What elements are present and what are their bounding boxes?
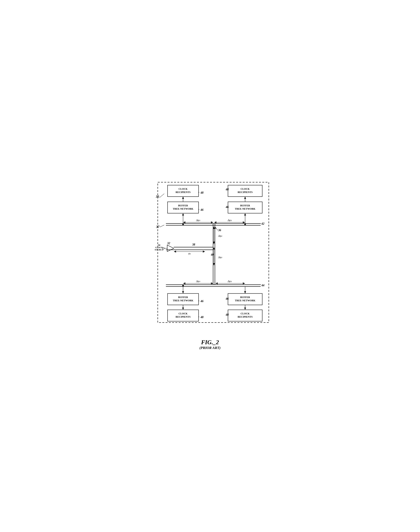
dphi3-label-br: Δφ₃ [227, 280, 232, 283]
dphi3-arrow-tr-left [214, 221, 216, 223]
phi1-arrow-left [203, 251, 205, 252]
arrow-down-br [244, 291, 246, 294]
figure-subtitle: (PRIOR ART) [199, 346, 221, 350]
circuit-diagram: 30 37 CLOCK RECIPIENTS 48 BUFFER TREE-NE… [148, 181, 272, 337]
clock-recipients-label-tr: CLOCK [240, 188, 250, 190]
buffer-tree-label2-tr: TREE-NETWORK [235, 208, 255, 210]
buffer-tree-label-br: BUFFER [240, 296, 250, 299]
arrow-down-br2 [244, 308, 246, 310]
diagram-container: 30 37 CLOCK RECIPIENTS 48 BUFFER TREE-NE… [148, 181, 272, 337]
clock-recipients-label-br: CLOCK [240, 312, 250, 315]
arrow-up2-tr [244, 213, 246, 215]
label-44-line [261, 284, 261, 285]
clock-source-text2: SOURCE [155, 249, 164, 251]
label-48d: 48 [225, 313, 229, 316]
figure-number: FIG._2 [199, 339, 221, 346]
bus-dot-tl [182, 224, 184, 225]
dphi2-label-lower: Δφ₂ [218, 256, 222, 259]
label-42: 42 [261, 222, 264, 225]
arrow-up-tr [244, 196, 246, 199]
dphi3-arrow-tl-left [183, 221, 185, 223]
label-36: 36 [218, 229, 221, 232]
label-46d: 46 [225, 297, 229, 300]
buffer-tree-label-tr: BUFFER [240, 204, 250, 207]
label-44: 44 [261, 284, 264, 287]
clock-recipients-label2-bl: RECIPIENTS [176, 316, 191, 318]
label-32: 32 [167, 242, 170, 245]
clock-source-text1: CLOCK [155, 246, 163, 249]
label-48b: 48 [225, 188, 229, 191]
clock-recipients-label-tl: CLOCK [179, 188, 187, 190]
buffer-tree-label2-br: TREE-NETWORK [235, 299, 255, 302]
dphi3-label-tl: Δφ₃ [196, 219, 200, 222]
label-38: 38 [192, 243, 195, 246]
dphi3-arrow-bl-left [183, 282, 185, 284]
clock-recipients-label2-tr: RECIPIENTS [238, 191, 253, 194]
clock-recipients-label2-br: RECIPIENTS [238, 316, 253, 318]
page: 30 37 CLOCK RECIPIENTS 48 BUFFER TREE-NE… [146, 176, 274, 356]
arrow-up-tl [182, 196, 184, 199]
buffer-tree-label2-bl: TREE-NETWORK [173, 299, 193, 302]
dphi3-arrow-tr-right [243, 221, 245, 223]
label-37: 37 [156, 225, 160, 229]
arrow-up2-tl [182, 213, 184, 215]
label-37-line [160, 225, 164, 227]
clock-recipients-label-bl: CLOCK [179, 312, 187, 315]
buffer-tree-label-tl: BUFFER [178, 204, 188, 207]
buffer-tree-label2-tl: TREE-NETWORK [173, 208, 193, 210]
label-46a: 46 [200, 208, 203, 211]
phi1-arrow-right [174, 251, 176, 252]
dphi3-label-tr: Δφ₃ [227, 219, 232, 222]
label-40: 40 [211, 253, 214, 256]
clock-source-label: 34 [158, 244, 160, 246]
clock-recipients-label2-tl: RECIPIENTS [176, 191, 191, 194]
dphi2-label-upper: Δφ₂ [218, 234, 222, 237]
dphi3-label-bl: Δφ₃ [196, 280, 200, 283]
dphi3-arrow-br-left [215, 282, 218, 284]
phi1-label: φ₁ [188, 252, 191, 255]
arrow-down-bl2 [182, 308, 184, 310]
label-30: 30 [156, 195, 159, 198]
buffer-tree-label-bl: BUFFER [178, 296, 188, 299]
label-46c: 46 [200, 299, 203, 303]
buffer-triangle [167, 245, 174, 252]
bus-dot-bl [182, 285, 184, 286]
label-46b: 46 [225, 205, 229, 209]
label-48c: 48 [200, 316, 203, 319]
bus-dot-tr [244, 224, 246, 225]
label-48a: 48 [200, 191, 203, 194]
dphi3-arrow-tl-right [211, 221, 213, 223]
dphi3-arrow-br-right [243, 282, 245, 284]
label-30-line [159, 194, 164, 198]
figure-caption: FIG._2 (PRIOR ART) [199, 339, 221, 350]
label-42-line [261, 223, 261, 224]
arrow-down-bl [182, 291, 184, 294]
